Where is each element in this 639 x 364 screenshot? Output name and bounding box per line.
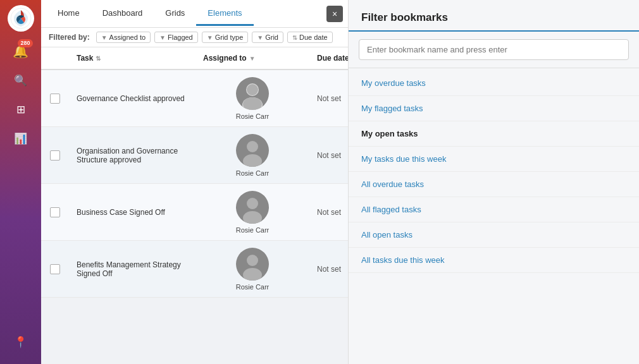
filter-chip-gridtype[interactable]: ▼ Grid type	[202, 32, 249, 43]
search-icon: 🔍	[14, 74, 27, 87]
th-duedate[interactable]: Due date ▼	[309, 47, 348, 69]
bookmark-list: My overdue tasks My flagged tasks My ope…	[349, 68, 639, 364]
row-checkbox-3[interactable]	[50, 207, 60, 217]
assigned-cell-4: Rosie Carr	[195, 241, 309, 297]
filter-chip-grid[interactable]: ▼ Grid	[252, 32, 283, 43]
avatar-2	[236, 134, 269, 167]
bookmark-all-open[interactable]: All open tasks	[349, 222, 639, 248]
sidebar-item-grid[interactable]: ⊞	[9, 97, 33, 121]
sort-icon-duedate: ⇅	[292, 34, 297, 41]
svg-point-4	[247, 84, 258, 95]
filter-by-label: Filtered by:	[49, 33, 90, 42]
tab-dashboard[interactable]: Dashboard	[91, 2, 154, 26]
table-row: Benefits Management Strategy Signed Off …	[41, 241, 348, 298]
tabs-bar: Home Dashboard Grids Elements ×	[41, 0, 348, 28]
funnel-icon-1: ▼	[101, 34, 108, 41]
filter-bar: Filtered by: ▼ Assigned to ▼ Flagged ▼ G…	[41, 28, 348, 47]
row-checkbox-2[interactable]	[50, 150, 60, 161]
bookmark-my-overdue[interactable]: My overdue tasks	[349, 71, 639, 96]
funnel-icon-3: ▼	[207, 34, 213, 41]
task-name-3: Business Case Signed Off	[69, 202, 195, 223]
table-row: Organisation and Governance Structure ap…	[41, 127, 348, 184]
duedate-cell-1: Not set	[309, 88, 348, 109]
assigned-cell-1: Rosie Carr	[195, 71, 309, 126]
main-area: Home Dashboard Grids Elements × Filtered…	[41, 0, 348, 364]
row-checkbox-cell-2[interactable]	[41, 144, 69, 167]
table-row: Business Case Signed Off Rosie Carr Not …	[41, 184, 348, 241]
bookmark-my-open[interactable]: My open tasks	[349, 121, 639, 147]
row-checkbox-cell-1[interactable]	[41, 87, 69, 110]
sidebar-item-search[interactable]: 🔍	[9, 68, 33, 92]
notification-bell[interactable]: 🔔 280	[9, 39, 33, 63]
sidebar-item-location[interactable]: 📍	[9, 330, 33, 354]
avatar-4	[236, 248, 269, 281]
tab-home[interactable]: Home	[46, 2, 91, 26]
panel-title: Filter bookmarks	[361, 11, 448, 23]
task-name-4: Benefits Management Strategy Signed Off	[69, 254, 195, 284]
app-logo[interactable]	[8, 5, 34, 32]
task-name-1: Governance Checklist approved	[69, 88, 195, 109]
duedate-cell-2: Not set	[309, 145, 348, 166]
filter-chip-duedate[interactable]: ⇅ Due date	[287, 32, 333, 43]
avatar-3	[236, 191, 269, 224]
panel-header: Filter bookmarks	[349, 0, 639, 32]
table-header: Task ⇅ Assigned to ▼ Due date ▼ Rem	[41, 47, 348, 70]
bookmark-all-overdue[interactable]: All overdue tasks	[349, 172, 639, 197]
task-table: Task ⇅ Assigned to ▼ Due date ▼ Rem Gove…	[41, 47, 348, 364]
svg-point-10	[247, 198, 258, 209]
table-row: Governance Checklist approved Rosie Carr…	[41, 70, 348, 127]
row-checkbox-cell-3[interactable]	[41, 201, 69, 224]
filter-bookmarks-panel: Filter bookmarks My overdue tasks My fla…	[348, 0, 639, 364]
row-checkbox-cell-4[interactable]	[41, 258, 69, 281]
bookmark-all-flagged[interactable]: All flagged tasks	[349, 197, 639, 222]
grid-icon: ⊞	[16, 103, 25, 116]
filter-chip-flagged[interactable]: ▼ Flagged	[154, 32, 198, 43]
th-assigned[interactable]: Assigned to ▼	[195, 47, 309, 69]
bookmark-my-due-week[interactable]: My tasks due this week	[349, 147, 639, 172]
duedate-cell-3: Not set	[309, 202, 348, 223]
assigned-filter-icon: ▼	[249, 55, 256, 62]
close-panel-button[interactable]: ×	[326, 6, 343, 22]
bookmark-search-input[interactable]	[359, 39, 629, 60]
task-name-2: Organisation and Governance Structure ap…	[69, 140, 195, 171]
sidebar-item-chart[interactable]: 📊	[9, 126, 33, 150]
task-sort-icon: ⇅	[96, 55, 101, 62]
th-checkbox	[41, 47, 69, 69]
tab-grids[interactable]: Grids	[154, 2, 196, 26]
duedate-cell-4: Not set	[309, 258, 348, 280]
funnel-icon-2: ▼	[159, 34, 166, 41]
tab-elements[interactable]: Elements	[196, 2, 253, 26]
svg-point-7	[247, 141, 258, 152]
funnel-icon-4: ▼	[257, 34, 263, 41]
notification-badge: 280	[18, 39, 32, 47]
bookmark-search-area	[349, 32, 639, 68]
sidebar: 🔔 280 🔍 ⊞ 📊 📍	[0, 0, 41, 364]
bookmark-all-due-week[interactable]: All tasks due this week	[349, 248, 639, 273]
avatar-1	[236, 77, 269, 110]
bookmark-my-flagged[interactable]: My flagged tasks	[349, 96, 639, 121]
row-checkbox-1[interactable]	[50, 94, 60, 104]
svg-point-13	[247, 255, 258, 266]
filter-chip-assigned[interactable]: ▼ Assigned to	[96, 32, 151, 43]
assigned-cell-2: Rosie Carr	[195, 128, 309, 183]
chart-icon: 📊	[14, 132, 27, 145]
th-task[interactable]: Task ⇅	[69, 47, 195, 69]
row-checkbox-4[interactable]	[50, 264, 60, 274]
location-icon: 📍	[14, 336, 27, 349]
assigned-cell-3: Rosie Carr	[195, 185, 309, 240]
